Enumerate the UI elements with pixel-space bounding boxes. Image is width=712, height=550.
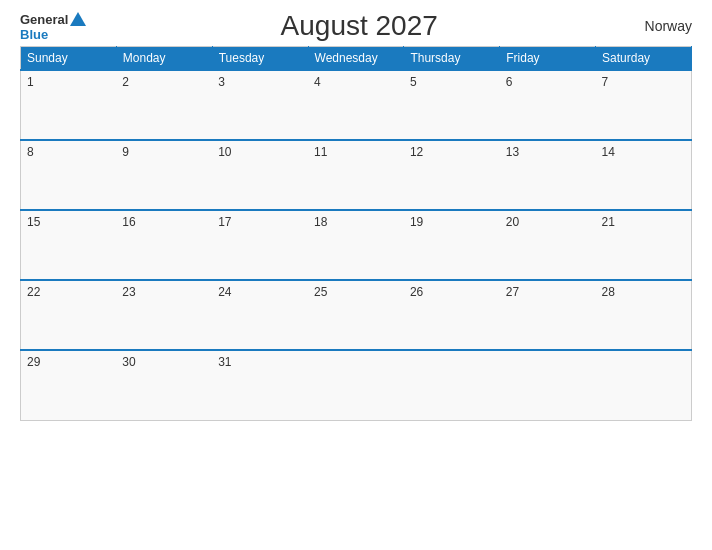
day-number: 22 <box>27 285 40 299</box>
calendar-day-cell: 6 <box>500 70 596 140</box>
day-number: 4 <box>314 75 321 89</box>
calendar-day-cell: 15 <box>21 210 117 280</box>
calendar-day-cell: 24 <box>212 280 308 350</box>
day-number: 9 <box>122 145 129 159</box>
day-number: 29 <box>27 355 40 369</box>
day-number: 24 <box>218 285 231 299</box>
calendar-day-cell: 7 <box>596 70 692 140</box>
day-number: 18 <box>314 215 327 229</box>
day-number: 1 <box>27 75 34 89</box>
calendar-header-saturday: Saturday <box>596 47 692 71</box>
day-number: 7 <box>602 75 609 89</box>
logo-blue: Blue <box>20 28 86 41</box>
calendar-day-cell: 28 <box>596 280 692 350</box>
calendar-day-cell: 19 <box>404 210 500 280</box>
calendar-week-row: 891011121314 <box>21 140 692 210</box>
calendar-header-sunday: Sunday <box>21 47 117 71</box>
calendar-day-cell: 11 <box>308 140 404 210</box>
calendar-day-cell: 8 <box>21 140 117 210</box>
calendar-day-cell: 10 <box>212 140 308 210</box>
day-number: 19 <box>410 215 423 229</box>
calendar-day-cell: 12 <box>404 140 500 210</box>
logo-triangle-icon <box>70 12 86 26</box>
calendar-empty-cell <box>308 350 404 420</box>
calendar-day-cell: 29 <box>21 350 117 420</box>
day-number: 30 <box>122 355 135 369</box>
page-title: August 2027 <box>86 10 632 42</box>
day-number: 10 <box>218 145 231 159</box>
calendar-table: SundayMondayTuesdayWednesdayThursdayFrid… <box>20 46 692 421</box>
calendar-header-monday: Monday <box>116 47 212 71</box>
day-number: 27 <box>506 285 519 299</box>
calendar-day-cell: 22 <box>21 280 117 350</box>
calendar-day-cell: 26 <box>404 280 500 350</box>
calendar-day-cell: 14 <box>596 140 692 210</box>
country-label: Norway <box>632 18 692 34</box>
calendar-header-thursday: Thursday <box>404 47 500 71</box>
calendar-day-cell: 2 <box>116 70 212 140</box>
day-number: 14 <box>602 145 615 159</box>
calendar-header-friday: Friday <box>500 47 596 71</box>
calendar-week-row: 293031 <box>21 350 692 420</box>
day-number: 5 <box>410 75 417 89</box>
calendar-day-cell: 13 <box>500 140 596 210</box>
calendar-day-cell: 30 <box>116 350 212 420</box>
logo: General Blue <box>20 12 86 41</box>
calendar-day-cell: 5 <box>404 70 500 140</box>
day-number: 12 <box>410 145 423 159</box>
top-bar: General Blue August 2027 Norway <box>20 10 692 42</box>
calendar-empty-cell <box>596 350 692 420</box>
calendar-header-row: SundayMondayTuesdayWednesdayThursdayFrid… <box>21 47 692 71</box>
calendar-day-cell: 18 <box>308 210 404 280</box>
day-number: 2 <box>122 75 129 89</box>
day-number: 6 <box>506 75 513 89</box>
calendar-empty-cell <box>500 350 596 420</box>
calendar-week-row: 1234567 <box>21 70 692 140</box>
day-number: 11 <box>314 145 327 159</box>
day-number: 26 <box>410 285 423 299</box>
calendar-day-cell: 16 <box>116 210 212 280</box>
day-number: 17 <box>218 215 231 229</box>
calendar-day-cell: 25 <box>308 280 404 350</box>
day-number: 25 <box>314 285 327 299</box>
calendar-empty-cell <box>404 350 500 420</box>
calendar-day-cell: 4 <box>308 70 404 140</box>
calendar-week-row: 15161718192021 <box>21 210 692 280</box>
calendar-day-cell: 20 <box>500 210 596 280</box>
logo-general: General <box>20 13 68 26</box>
calendar-week-row: 22232425262728 <box>21 280 692 350</box>
day-number: 13 <box>506 145 519 159</box>
calendar-day-cell: 21 <box>596 210 692 280</box>
day-number: 16 <box>122 215 135 229</box>
calendar-day-cell: 23 <box>116 280 212 350</box>
day-number: 23 <box>122 285 135 299</box>
day-number: 15 <box>27 215 40 229</box>
calendar-day-cell: 3 <box>212 70 308 140</box>
day-number: 3 <box>218 75 225 89</box>
calendar-day-cell: 17 <box>212 210 308 280</box>
calendar-header-tuesday: Tuesday <box>212 47 308 71</box>
day-number: 21 <box>602 215 615 229</box>
day-number: 31 <box>218 355 231 369</box>
calendar-day-cell: 31 <box>212 350 308 420</box>
calendar-header-wednesday: Wednesday <box>308 47 404 71</box>
day-number: 28 <box>602 285 615 299</box>
day-number: 8 <box>27 145 34 159</box>
calendar-day-cell: 1 <box>21 70 117 140</box>
calendar-day-cell: 9 <box>116 140 212 210</box>
calendar-day-cell: 27 <box>500 280 596 350</box>
day-number: 20 <box>506 215 519 229</box>
